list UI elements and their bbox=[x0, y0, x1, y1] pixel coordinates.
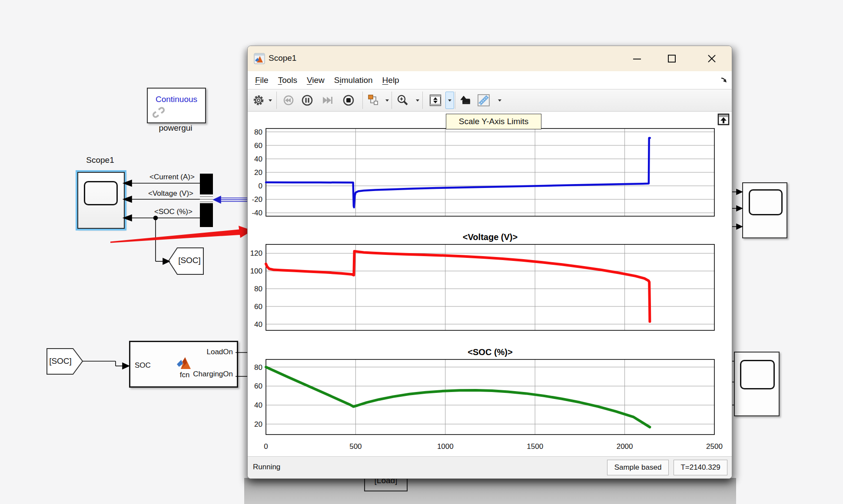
run-backward-icon bbox=[282, 94, 295, 107]
menu-item-tools[interactable]: Tools bbox=[273, 76, 302, 85]
maximize-button[interactable] bbox=[652, 46, 691, 71]
y-tick-label: 80 bbox=[254, 128, 262, 136]
step-forward-icon bbox=[321, 94, 334, 107]
plot-title: <SOC (%)> bbox=[468, 347, 512, 357]
simulation-time-indicator: T=2140.329 bbox=[674, 460, 727, 475]
x-tick-label: 1500 bbox=[527, 442, 543, 451]
trigger-icon[interactable] bbox=[459, 94, 472, 107]
from-to-fcn-wire bbox=[83, 361, 129, 369]
y-tick-label: 80 bbox=[254, 363, 262, 372]
y-tick-label: 40 bbox=[254, 320, 262, 329]
simulation-status: Running bbox=[253, 463, 280, 471]
simulink-snapshot-icon[interactable] bbox=[367, 94, 380, 107]
y-tick-label: 20 bbox=[254, 168, 262, 177]
settings-dropdown-caret[interactable] bbox=[269, 99, 272, 102]
close-button[interactable] bbox=[691, 46, 732, 71]
window-drop-shadow bbox=[244, 478, 736, 504]
pause-icon[interactable] bbox=[301, 94, 314, 107]
y-tick-label: 20 bbox=[254, 420, 262, 428]
menu-bar: FileToolsViewSimulationHelp bbox=[248, 71, 732, 89]
minimize-button[interactable] bbox=[617, 46, 657, 71]
plot-title: <Voltage (V)> bbox=[463, 232, 518, 242]
window-title: Scope1 bbox=[269, 53, 296, 63]
matlab-app-icon bbox=[254, 53, 265, 66]
y-tick-label: 60 bbox=[254, 382, 262, 390]
zoom-in-icon[interactable] bbox=[396, 94, 409, 107]
y-tick-label: 60 bbox=[254, 303, 262, 311]
settings-gear-icon[interactable] bbox=[252, 94, 265, 107]
y-tick-label: 40 bbox=[254, 401, 262, 409]
simulink-desktop: { "window": { "title": "Scope1", "button… bbox=[0, 0, 843, 504]
snapshot-dropdown-caret[interactable] bbox=[385, 99, 389, 102]
right-scope-input-wires bbox=[732, 189, 742, 405]
y-tick-label: -40 bbox=[252, 209, 262, 217]
scope-plots: 806040200-20-40120100806040<Voltage (V)>… bbox=[248, 112, 731, 455]
scale-y-axis-dropdown-caret[interactable] bbox=[445, 92, 454, 109]
y-tick-label: 40 bbox=[254, 155, 262, 163]
measurements-ruler-icon[interactable] bbox=[477, 94, 490, 107]
dock-scope-arrow-icon[interactable] bbox=[720, 76, 728, 86]
status-bar: Running Sample based T=2140.329 bbox=[248, 456, 732, 478]
toolbar-separator bbox=[455, 92, 455, 109]
y-tick-label: -20 bbox=[252, 195, 262, 204]
menu-item-view[interactable]: View bbox=[302, 76, 329, 85]
dock-scope-button[interactable] bbox=[717, 113, 730, 127]
x-tick-label: 500 bbox=[349, 442, 362, 451]
toolbar-separator bbox=[422, 92, 423, 109]
y-tick-label: 120 bbox=[250, 249, 262, 257]
scope-plot-canvas: 806040200-20-40120100806040<Voltage (V)>… bbox=[248, 112, 731, 455]
tooltip: Scale Y-Axis Limits bbox=[446, 114, 541, 129]
scale-y-axis-icon[interactable] bbox=[429, 94, 442, 107]
menu-item-help[interactable]: Help bbox=[378, 76, 404, 85]
y-tick-label: 100 bbox=[250, 267, 262, 275]
goto-tag-text[interactable]: [SOC] bbox=[176, 256, 203, 265]
toolbar-separator bbox=[392, 92, 392, 109]
sample-mode-indicator: Sample based bbox=[607, 460, 669, 475]
x-tick-label: 2000 bbox=[617, 442, 633, 451]
measurements-dropdown-caret[interactable] bbox=[498, 99, 501, 102]
x-tick-label: 0 bbox=[264, 442, 268, 451]
y-tick-label: 80 bbox=[254, 285, 262, 293]
menu-item-simulation[interactable]: Simulation bbox=[329, 76, 378, 85]
x-tick-label: 2500 bbox=[706, 442, 723, 451]
scope-window: Scope1 FileToolsViewSimulationHelp bbox=[247, 46, 732, 479]
title-bar: Scope1 bbox=[248, 46, 732, 71]
stop-icon[interactable] bbox=[342, 94, 355, 107]
zoom-dropdown-caret[interactable] bbox=[416, 99, 419, 102]
from-tag-text[interactable]: [SOC] bbox=[46, 356, 75, 366]
menu-item-file[interactable]: File bbox=[250, 76, 273, 85]
toolbar-separator bbox=[362, 92, 363, 109]
y-tick-label: 60 bbox=[254, 142, 262, 150]
red-annotation-arrow bbox=[110, 226, 252, 243]
toolbar bbox=[248, 89, 732, 112]
x-tick-label: 1000 bbox=[437, 442, 454, 451]
toolbar-separator bbox=[276, 92, 277, 109]
y-tick-label: 0 bbox=[259, 182, 262, 190]
